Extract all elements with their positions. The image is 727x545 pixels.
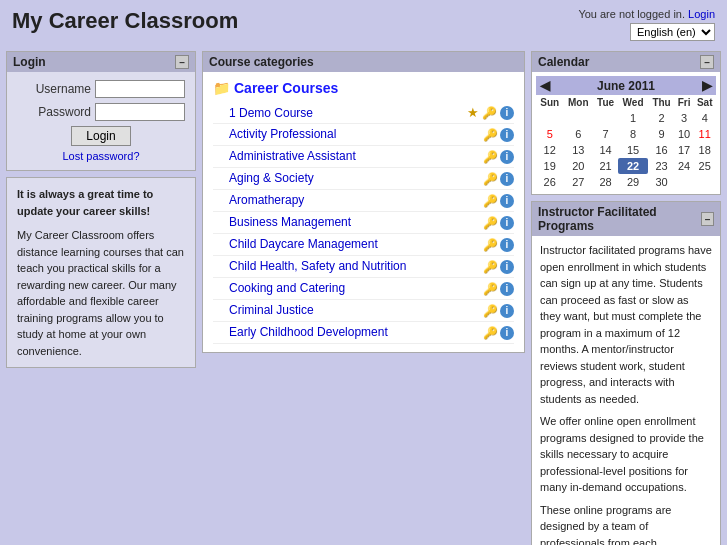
cal-day[interactable]: 19 (536, 158, 563, 174)
header-right: You are not logged in. Login English (en… (578, 8, 715, 41)
login-status: You are not logged in. (578, 8, 685, 20)
key-icon: 🔑 (483, 194, 498, 208)
course-item: Aging & Society 🔑 i (213, 168, 514, 190)
course-item: Child Health, Safety and Nutrition 🔑 i (213, 256, 514, 278)
course-link[interactable]: Early Childhood Development (229, 325, 479, 341)
cal-day[interactable]: 22 (618, 158, 648, 174)
demo-course-icons: ★ 🔑 i (467, 105, 514, 120)
lost-password-link[interactable]: Lost password? (17, 150, 185, 162)
calendar-title: Calendar (538, 55, 589, 69)
key-icon: 🔑 (482, 106, 497, 120)
info-text-2: My Career Classroom offers distance lear… (17, 227, 185, 359)
instructor-box-header: Instructor Facilitated Programs – (532, 202, 720, 236)
cal-day[interactable]: 10 (675, 126, 694, 142)
info-icon[interactable]: i (500, 150, 514, 164)
info-text-1: It is always a great time to update your… (17, 186, 185, 219)
cal-day[interactable]: 1 (618, 110, 648, 126)
cal-day[interactable]: 9 (648, 126, 675, 142)
info-icon[interactable]: i (500, 326, 514, 340)
course-link[interactable]: Activity Professional (229, 127, 479, 143)
key-icon: 🔑 (483, 150, 498, 164)
info-icon[interactable]: i (500, 304, 514, 318)
cal-day[interactable]: 28 (593, 174, 618, 190)
cal-day[interactable]: 14 (593, 142, 618, 158)
info-icon[interactable]: i (500, 128, 514, 142)
cal-day[interactable]: 6 (563, 126, 593, 142)
course-icons: 🔑 i (483, 172, 514, 186)
cal-day[interactable]: 24 (675, 158, 694, 174)
calendar-content: ◀ June 2011 ▶ SunMonTueWedThuFriSat 1234… (532, 72, 720, 194)
course-link[interactable]: Child Daycare Management (229, 237, 479, 253)
cal-day[interactable]: 16 (648, 142, 675, 158)
cal-day (563, 110, 593, 126)
cal-day[interactable]: 7 (593, 126, 618, 142)
cal-day-header: Sat (693, 95, 716, 110)
cal-day[interactable]: 15 (618, 142, 648, 158)
cal-tbody: 1234567891011121314151617181920212223242… (536, 110, 716, 190)
cal-day[interactable]: 26 (536, 174, 563, 190)
cal-day[interactable]: 8 (618, 126, 648, 142)
course-item: Aromatherapy 🔑 i (213, 190, 514, 212)
key-icon: 🔑 (483, 326, 498, 340)
login-link[interactable]: Login (688, 8, 715, 20)
cal-thead: SunMonTueWedThuFriSat (536, 95, 716, 110)
info-icon[interactable]: i (500, 106, 514, 120)
main-layout: Login – Username Password Login Lost pas… (0, 45, 727, 545)
course-link[interactable]: Aromatherapy (229, 193, 479, 209)
username-label: Username (36, 82, 91, 96)
demo-course-row: 1 Demo Course ★ 🔑 i (213, 102, 514, 124)
key-icon: 🔑 (483, 172, 498, 186)
course-link[interactable]: Business Management (229, 215, 479, 231)
cal-day-header: Thu (648, 95, 675, 110)
cal-day (593, 110, 618, 126)
login-collapse-btn[interactable]: – (175, 55, 189, 69)
password-input[interactable] (95, 103, 185, 121)
login-button[interactable]: Login (71, 126, 130, 146)
instructor-box: Instructor Facilitated Programs – Instru… (531, 201, 721, 545)
calendar-box: Calendar – ◀ June 2011 ▶ SunMonTueWedThu… (531, 51, 721, 195)
course-icons: 🔑 i (483, 304, 514, 318)
cal-day[interactable]: 30 (648, 174, 675, 190)
info-icon[interactable]: i (500, 238, 514, 252)
cal-day[interactable]: 27 (563, 174, 593, 190)
info-icon[interactable]: i (500, 282, 514, 296)
career-courses-label: Career Courses (234, 80, 338, 96)
calendar-collapse-btn[interactable]: – (700, 55, 714, 69)
course-link[interactable]: Child Health, Safety and Nutrition (229, 259, 479, 275)
cal-day[interactable]: 13 (563, 142, 593, 158)
info-box: It is always a great time to update your… (6, 177, 196, 368)
instructor-collapse-btn[interactable]: – (701, 212, 714, 226)
course-link[interactable]: Criminal Justice (229, 303, 479, 319)
cal-day[interactable]: 3 (675, 110, 694, 126)
cal-day[interactable]: 11 (693, 126, 716, 142)
cal-day[interactable]: 4 (693, 110, 716, 126)
cal-prev-btn[interactable]: ◀ (540, 78, 550, 93)
info-icon[interactable]: i (500, 172, 514, 186)
course-icons: 🔑 i (483, 282, 514, 296)
cal-day[interactable]: 29 (618, 174, 648, 190)
lang-select[interactable]: English (en) (630, 23, 715, 41)
demo-course-link[interactable]: 1 Demo Course (229, 106, 467, 120)
cal-day[interactable]: 5 (536, 126, 563, 142)
cal-day[interactable]: 12 (536, 142, 563, 158)
username-input[interactable] (95, 80, 185, 98)
cal-day[interactable]: 23 (648, 158, 675, 174)
star-icon: ★ (467, 105, 479, 120)
cal-day[interactable]: 18 (693, 142, 716, 158)
info-icon[interactable]: i (500, 216, 514, 230)
cal-day[interactable]: 25 (693, 158, 716, 174)
instructor-title: Instructor Facilitated Programs (538, 205, 701, 233)
instructor-text-1: Instructor facilitated programs have ope… (540, 242, 712, 407)
course-link[interactable]: Administrative Assistant (229, 149, 479, 165)
course-item: Activity Professional 🔑 i (213, 124, 514, 146)
info-icon[interactable]: i (500, 194, 514, 208)
cal-day[interactable]: 17 (675, 142, 694, 158)
login-box-header: Login – (7, 52, 195, 72)
course-link[interactable]: Aging & Society (229, 171, 479, 187)
cal-day[interactable]: 2 (648, 110, 675, 126)
cal-next-btn[interactable]: ▶ (702, 78, 712, 93)
cal-day[interactable]: 21 (593, 158, 618, 174)
cal-day[interactable]: 20 (563, 158, 593, 174)
info-icon[interactable]: i (500, 260, 514, 274)
course-link[interactable]: Cooking and Catering (229, 281, 479, 297)
